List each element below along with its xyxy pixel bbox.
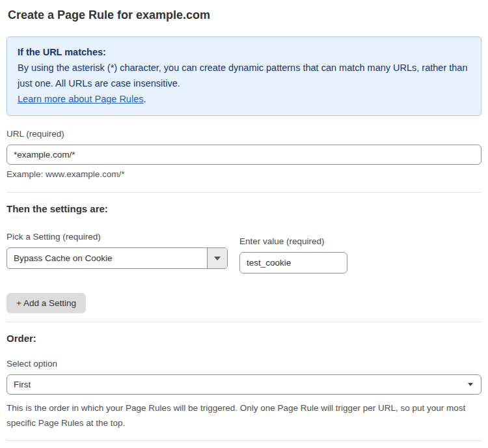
- settings-heading: Then the settings are:: [7, 203, 481, 214]
- learn-more-link[interactable]: Learn more about Page Rules: [18, 94, 143, 104]
- pick-setting-column: Pick a Setting (required) Bypass Cache o…: [7, 232, 228, 269]
- order-select-label: Select option: [7, 359, 481, 369]
- add-setting-button[interactable]: + Add a Setting: [7, 293, 86, 313]
- url-label: URL (required): [7, 129, 481, 139]
- pick-setting-label: Pick a Setting (required): [7, 232, 228, 242]
- url-example-text: Example: www.example.com/*: [7, 169, 481, 179]
- divider-after-url: [7, 192, 481, 193]
- pick-setting-selected-value: Bypass Cache on Cookie: [7, 248, 207, 268]
- page-title: Create a Page Rule for example.com: [7, 8, 481, 22]
- info-box-link-line: Learn more about Page Rules.: [18, 91, 470, 107]
- chevron-down-icon: [214, 257, 221, 260]
- order-select[interactable]: First: [7, 374, 481, 395]
- order-heading: Order:: [7, 333, 481, 344]
- pick-setting-select[interactable]: Bypass Cache on Cookie: [7, 247, 228, 269]
- info-box-heading: If the URL matches:: [18, 44, 470, 60]
- divider-before-footer: [7, 440, 481, 441]
- order-helper-text: This is the order in which your Page Rul…: [7, 400, 475, 430]
- info-box-body: By using the asterisk (*) character, you…: [18, 60, 470, 91]
- chevron-down-icon: [468, 383, 473, 386]
- pick-setting-dropdown-button[interactable]: [207, 248, 227, 268]
- enter-value-column: Enter value (required): [239, 236, 347, 273]
- setting-value-input[interactable]: [239, 252, 347, 273]
- url-match-info-box: If the URL matches: By using the asteris…: [7, 36, 481, 116]
- divider-after-settings: [7, 322, 481, 322]
- link-period: .: [143, 94, 146, 104]
- enter-value-label: Enter value (required): [239, 236, 347, 246]
- url-input[interactable]: [7, 145, 481, 165]
- create-page-rule-form: Create a Page Rule for example.com If th…: [0, 0, 488, 448]
- order-selected-value: First: [14, 380, 31, 389]
